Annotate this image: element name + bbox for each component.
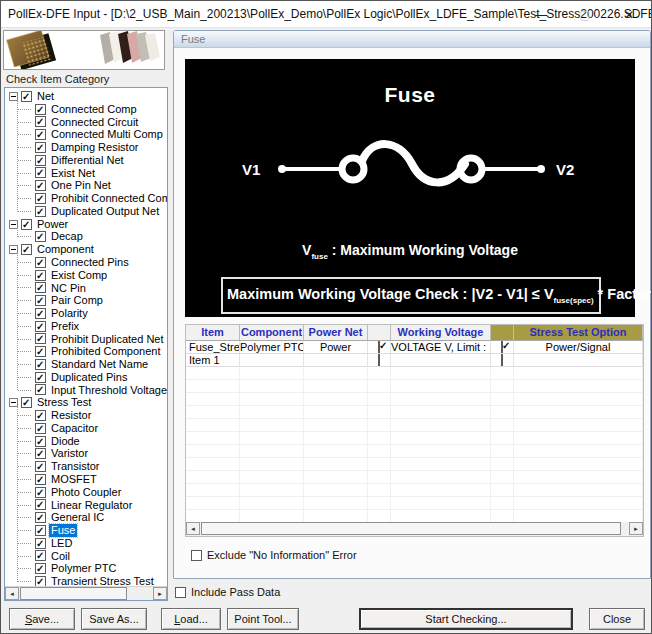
checkbox-icon[interactable] bbox=[21, 91, 32, 102]
point-tool-button[interactable]: Point Tool... bbox=[227, 608, 299, 630]
checkbox-icon[interactable] bbox=[35, 423, 46, 434]
tree-item-prohibited-component[interactable]: Prohibited Component bbox=[9, 345, 167, 358]
checkbox-icon[interactable] bbox=[35, 436, 46, 447]
grid-cell-wvc[interactable] bbox=[391, 354, 491, 367]
checkbox-icon[interactable] bbox=[378, 341, 380, 354]
column-header-component[interactable]: Component bbox=[240, 325, 304, 341]
grid-horizontal-scrollbar[interactable]: ◄ ► bbox=[186, 522, 643, 536]
tree-group-stress-test[interactable]: Stress Test bbox=[9, 396, 167, 409]
tree-item-prohibit-duplicated-net[interactable]: Prohibit Duplicated Net bbox=[9, 333, 167, 346]
grid-scrollbar-thumb[interactable] bbox=[201, 522, 621, 535]
checkbox-icon[interactable] bbox=[35, 346, 46, 357]
tree-item-prefix[interactable]: Prefix bbox=[9, 320, 167, 333]
checkbox-icon[interactable] bbox=[35, 333, 46, 344]
checkbox-icon[interactable] bbox=[35, 142, 46, 153]
tree-group-net[interactable]: Net bbox=[9, 90, 167, 103]
tree-item-connected-pins[interactable]: Connected Pins bbox=[9, 256, 167, 269]
grid-cell-sto[interactable] bbox=[514, 354, 643, 367]
grid-checkbox-cell[interactable] bbox=[368, 354, 391, 367]
grid-cell-item[interactable]: Fuse_Stress bbox=[186, 341, 240, 354]
tree-item-input-threshold-voltage[interactable]: Input Threshold Voltage bbox=[9, 384, 167, 397]
tree-item-damping-resistor[interactable]: Damping Resistor bbox=[9, 141, 167, 154]
column-header-sto[interactable]: Stress Test Option bbox=[514, 325, 643, 341]
tree-item-photo-coupler[interactable]: Photo Coupler bbox=[9, 486, 167, 499]
checkbox-icon[interactable] bbox=[35, 257, 46, 268]
tree-item-varistor[interactable]: Varistor bbox=[9, 447, 167, 460]
checkbox-icon[interactable] bbox=[35, 550, 46, 561]
checkbox-icon[interactable] bbox=[35, 359, 46, 370]
tree-item-transient-stress-test[interactable]: Transient Stress Test bbox=[9, 575, 167, 586]
checkbox-icon[interactable] bbox=[35, 474, 46, 485]
tree-item-decap[interactable]: Decap bbox=[9, 230, 167, 243]
tree-group-power[interactable]: Power bbox=[9, 218, 167, 231]
scroll-left-icon[interactable]: ◄ bbox=[186, 522, 200, 535]
save-button[interactable]: Save... bbox=[9, 608, 75, 630]
grid-cell-wvc[interactable]: VOLTAGE V, Limit : 1% bbox=[391, 341, 491, 354]
tree-item-led[interactable]: LED bbox=[9, 537, 167, 550]
tree-scrollbar-thumb[interactable] bbox=[20, 587, 127, 600]
tree-item-polarity[interactable]: Polarity bbox=[9, 307, 167, 320]
checkbox-icon[interactable] bbox=[35, 155, 46, 166]
checkbox-icon[interactable] bbox=[35, 538, 46, 549]
checkbox-icon[interactable] bbox=[35, 282, 46, 293]
column-header-sto_check[interactable] bbox=[491, 325, 514, 341]
checkbox-icon[interactable] bbox=[35, 295, 46, 306]
checkbox-icon[interactable] bbox=[35, 487, 46, 498]
checkbox-icon[interactable] bbox=[35, 576, 46, 586]
tree-item-polymer-ptc[interactable]: Polymer PTC bbox=[9, 562, 167, 575]
checkbox-icon[interactable] bbox=[175, 587, 186, 598]
checkbox-icon[interactable] bbox=[35, 308, 46, 319]
grid-cell-power_net[interactable] bbox=[304, 354, 368, 367]
grid-cell-item[interactable]: Item 1 bbox=[186, 354, 240, 367]
column-header-power_net[interactable]: Power Net bbox=[304, 325, 368, 341]
checkbox-icon[interactable] bbox=[35, 410, 46, 421]
checkbox-icon[interactable] bbox=[35, 270, 46, 281]
grid-checkbox-cell[interactable] bbox=[491, 354, 514, 367]
checkbox-icon[interactable] bbox=[35, 384, 46, 395]
checkbox-icon[interactable] bbox=[35, 321, 46, 332]
checkbox-icon[interactable] bbox=[35, 206, 46, 217]
grid-checkbox-cell[interactable] bbox=[491, 341, 514, 354]
scroll-right-icon[interactable]: ► bbox=[153, 587, 167, 600]
tree-item-prohibit-connected-comp[interactable]: Prohibit Connected Comp bbox=[9, 192, 167, 205]
tree-item-diode[interactable]: Diode bbox=[9, 435, 167, 448]
tree-item-connected-multi-comp[interactable]: Connected Multi Comp bbox=[9, 128, 167, 141]
checkbox-icon[interactable] bbox=[21, 219, 32, 230]
tree-item-one-pin-net[interactable]: One Pin Net bbox=[9, 179, 167, 192]
checkbox-icon[interactable] bbox=[35, 372, 46, 383]
tree-item-standard-net-name[interactable]: Standard Net Name bbox=[9, 358, 167, 371]
close-icon[interactable]: ✕ bbox=[607, 1, 651, 28]
checkbox-icon[interactable] bbox=[35, 193, 46, 204]
checkbox-icon[interactable] bbox=[35, 116, 46, 127]
save-as-button[interactable]: Save As... bbox=[81, 608, 147, 630]
tree-item-exist-net[interactable]: Exist Net bbox=[9, 167, 167, 180]
checkbox-icon[interactable] bbox=[35, 231, 46, 242]
checkbox-icon[interactable] bbox=[35, 461, 46, 472]
maximize-icon[interactable]: ▢ bbox=[563, 1, 607, 28]
checkbox-icon[interactable] bbox=[501, 341, 503, 354]
tree-horizontal-scrollbar[interactable]: ◄ ► bbox=[5, 586, 167, 600]
checkbox-icon[interactable] bbox=[21, 244, 32, 255]
grid-row[interactable]: Fuse_StressPolymer PTCPowerVOLTAGE V, Li… bbox=[186, 341, 643, 354]
checkbox-icon[interactable] bbox=[35, 167, 46, 178]
tree-item-resistor[interactable]: Resistor bbox=[9, 409, 167, 422]
tree-item-coil[interactable]: Coil bbox=[9, 550, 167, 563]
load-button[interactable]: Load... bbox=[161, 608, 221, 630]
tree-group-component[interactable]: Component bbox=[9, 243, 167, 256]
checkbox-icon[interactable] bbox=[35, 512, 46, 523]
minimize-icon[interactable]: — bbox=[519, 1, 563, 28]
tree-item-transistor[interactable]: Transistor bbox=[9, 460, 167, 473]
checkbox-icon[interactable] bbox=[35, 448, 46, 459]
checkbox-icon[interactable] bbox=[35, 499, 46, 510]
tree-item-connected-circuit[interactable]: Connected Circuit bbox=[9, 116, 167, 129]
tree-item-duplicated-pins[interactable]: Duplicated Pins bbox=[9, 371, 167, 384]
grid-cell-component[interactable]: Polymer PTC bbox=[240, 341, 304, 354]
tree-item-linear-regulator[interactable]: Linear Regulator bbox=[9, 499, 167, 512]
start-checking-button[interactable]: Start Checking... bbox=[359, 608, 573, 630]
grid-cell-component[interactable] bbox=[240, 354, 304, 367]
tree-item-nc-pin[interactable]: NC Pin bbox=[9, 281, 167, 294]
tree-item-general-ic[interactable]: General IC bbox=[9, 511, 167, 524]
checkbox-icon[interactable] bbox=[35, 104, 46, 115]
checkbox-icon[interactable] bbox=[191, 550, 202, 561]
include-pass-data-checkbox[interactable]: Include Pass Data bbox=[175, 586, 280, 598]
